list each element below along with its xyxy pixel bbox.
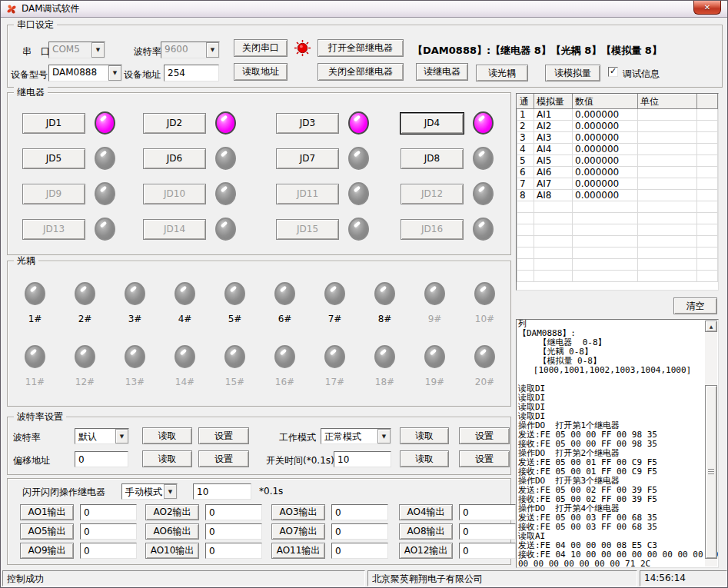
relay-group-title: 继电器 [14,87,48,98]
chevron-down-icon[interactable] [164,484,177,499]
output-button-5[interactable]: AO5输出 [20,523,74,540]
log-scrollbar[interactable] [705,321,717,566]
read-analog-button[interactable]: 读模拟量 [545,65,600,81]
output-button-10[interactable]: AO10输出 [145,543,199,559]
offset-read-button[interactable]: 读取 [142,450,192,467]
output-cell: AO6输出 [145,523,271,540]
table-cell [573,259,638,271]
relay-button-jd4[interactable]: JD4 [401,113,464,134]
opto-label-3: 3# [128,314,142,324]
relay-button-jd7[interactable]: JD7 [276,148,339,169]
scrollbar-thumb[interactable] [705,385,717,559]
output-button-12[interactable]: AO12输出 [399,543,453,559]
close-button[interactable]: ✕ [693,1,721,15]
switch-time-read-button[interactable]: 读取 [400,450,449,467]
output-input-10[interactable] [205,543,262,559]
debug-info-checkbox[interactable] [608,67,618,77]
device-model-combo[interactable]: DAM0888 [48,65,122,81]
log-box[interactable]: 列 【DAM0888】: 【继电器 0-8】 【光耦 0-8】 【模拟量 0-8… [516,319,719,568]
output-input-9[interactable] [80,543,137,559]
relay-led-jd11 [348,182,369,205]
relay-button-jd15[interactable]: JD15 [276,219,339,240]
table-header [697,95,718,109]
app-window: DAM调试软件 ✕ 串口设定 串 口 COM5 波特率 9600 关闭串口 打开… [0,0,728,588]
relay-button-jd1[interactable]: JD1 [22,113,85,134]
output-button-4[interactable]: AO4输出 [399,504,453,520]
output-button-3[interactable]: AO3输出 [271,504,325,520]
relay-button-jd10[interactable]: JD10 [143,184,206,204]
opto-led-9 [424,282,445,305]
output-input-5[interactable] [80,523,137,540]
table-cell [534,259,573,271]
table-header: 单位 [638,95,697,109]
close-all-relays-button[interactable]: 关闭全部继电器 [317,63,404,81]
relay-button-jd14[interactable]: JD14 [143,219,206,240]
output-button-9[interactable]: AO9输出 [20,543,74,559]
relay-button-jd12[interactable]: JD12 [401,184,464,204]
read-addr-button[interactable]: 读取地址 [234,63,288,81]
switch-time-set-button[interactable]: 设置 [459,450,510,467]
output-input-6[interactable] [205,523,262,540]
opto-label-7: 7# [328,314,342,324]
relay-button-jd11[interactable]: JD11 [276,184,339,204]
baud-read-button[interactable]: 读取 [142,427,192,444]
opto-cell: 15# [210,345,260,408]
work-mode-set-button[interactable]: 设置 [459,427,510,444]
output-button-1[interactable]: AO1输出 [20,504,74,520]
opto-cell: 11# [10,345,60,408]
opto-led-1 [25,282,45,305]
read-opto-button[interactable]: 读光耦 [476,65,528,81]
table-cell [638,271,697,282]
relay-button-jd6[interactable]: JD6 [143,148,206,169]
output-button-2[interactable]: AO2输出 [145,504,199,520]
relay-button-jd3[interactable]: JD3 [276,113,339,134]
relay-button-jd8[interactable]: JD8 [401,148,464,169]
output-input-8[interactable] [459,523,516,540]
relay-led-jd10 [215,182,236,205]
baud-set-button[interactable]: 设置 [198,427,249,444]
table-cell [534,213,573,224]
close-serial-button[interactable]: 关闭串口 [234,39,288,57]
chevron-down-icon[interactable] [115,429,128,443]
chevron-down-icon[interactable] [377,429,391,443]
relay-button-jd5[interactable]: JD5 [22,148,85,169]
output-button-7[interactable]: AO7输出 [271,523,325,540]
table-cell [517,201,534,213]
clear-log-button[interactable]: 清空 [673,297,717,314]
baud-set-combo[interactable]: 默认 [75,428,129,444]
output-button-6[interactable]: AO6输出 [145,523,199,540]
output-input-7[interactable] [331,523,388,540]
output-button-8[interactable]: AO8输出 [399,523,453,540]
relay-button-jd2[interactable]: JD2 [143,113,206,134]
output-input-1[interactable] [80,504,137,520]
flash-mode-combo[interactable]: 手动模式 [121,483,178,500]
relay-button-jd16[interactable]: JD16 [401,219,464,240]
relay-led-jd16 [473,218,494,241]
read-relay-button[interactable]: 读继电器 [416,63,468,81]
flash-time-input[interactable] [193,483,251,500]
switch-time-input[interactable] [334,451,391,467]
work-mode-read-button[interactable]: 读取 [400,427,449,444]
status-time: 14:56:14 [640,570,727,586]
output-input-11[interactable] [331,543,388,559]
device-addr-input[interactable] [164,65,219,81]
scroll-up-icon[interactable] [705,321,717,332]
output-cell: AO8输出 [399,523,516,540]
output-input-12[interactable] [459,543,516,559]
baudrate-combo: 9600 [161,42,220,58]
opto-label-16: 16# [275,377,294,387]
offset-set-button[interactable]: 设置 [198,450,249,467]
relay-button-jd9[interactable]: JD9 [22,184,85,204]
open-all-relays-button[interactable]: 打开全部继电器 [317,39,404,57]
output-input-4[interactable] [459,504,516,520]
output-input-2[interactable] [205,504,262,520]
relay-button-jd13[interactable]: JD13 [22,219,85,240]
output-input-3[interactable] [331,504,388,520]
offset-addr-input[interactable] [75,451,128,467]
chevron-down-icon[interactable] [108,65,121,81]
table-cell [697,271,718,282]
baudrate-label: 波特率 [134,45,161,58]
table-cell: 0.000000 [573,190,638,201]
output-button-11[interactable]: AO11输出 [271,543,325,559]
work-mode-combo[interactable]: 正常模式 [321,428,391,444]
